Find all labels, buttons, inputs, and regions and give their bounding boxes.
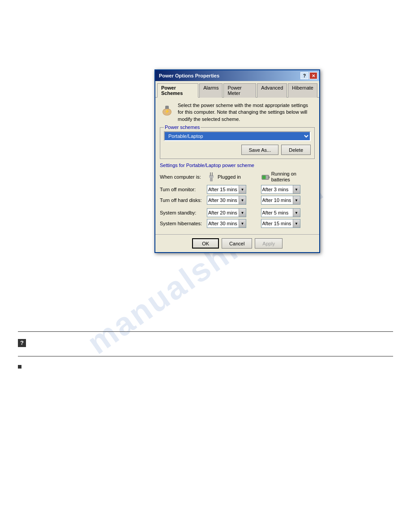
plugged-in-label: Plugged in — [218, 174, 241, 180]
help-button[interactable]: ? — [300, 72, 308, 79]
cancel-button[interactable]: Cancel — [222, 238, 252, 249]
hibernate-plugged-select[interactable]: After 30 mins — [207, 219, 246, 228]
harddisk-label: Turn off hard disks: — [160, 197, 202, 203]
tab-advanced[interactable]: Advanced — [257, 83, 287, 98]
dialog-content: ⚡ Select the power scheme with the most … — [155, 98, 319, 234]
tab-hibernate[interactable]: Hibernate — [288, 83, 317, 98]
battery-icon — [261, 171, 270, 183]
bullet-section — [18, 364, 393, 369]
standby-battery-select[interactable]: After 5 mins — [261, 208, 300, 217]
monitor-plugged-select[interactable]: After 15 mins — [207, 185, 246, 194]
question-mark-icon: ? — [18, 339, 26, 347]
monitor-battery-select[interactable]: After 3 mins — [261, 185, 300, 194]
harddisk-battery-select[interactable]: After 10 mins — [261, 196, 300, 205]
info-text: Select the power scheme with the most ap… — [178, 102, 315, 123]
info-section: ⚡ Select the power scheme with the most … — [160, 102, 315, 123]
power-scheme-icon: ⚡ — [160, 103, 174, 117]
power-options-dialog: Power Options Properties ? ✕ Power Schem… — [154, 69, 320, 253]
delete-button[interactable]: Delete — [281, 145, 311, 155]
monitor-label: Turn off monitor: — [160, 187, 196, 192]
running-on-batteries-label: Running on batteries — [271, 171, 315, 183]
bottom-buttons: OK Cancel Apply — [155, 234, 319, 252]
monitor-battery-wrapper: After 3 mins ▼ — [261, 185, 300, 194]
apply-button[interactable]: Apply — [255, 238, 283, 249]
tab-bar: Power Schemes Alarms Power Meter Advance… — [155, 81, 319, 98]
settings-row-standby: System standby: After 20 mins ▼ — [160, 208, 315, 217]
settings-row-harddisk: Turn off hard disks: After 30 mins ▼ — [160, 196, 315, 205]
ok-button[interactable]: OK — [192, 238, 219, 249]
harddisk-battery-wrapper: After 10 mins ▼ — [261, 196, 300, 205]
standby-plugged-wrapper: After 20 mins ▼ — [207, 208, 246, 217]
save-as-button[interactable]: Save As... — [241, 145, 279, 155]
svg-rect-6 — [210, 172, 211, 176]
settings-row-monitor: Turn off monitor: After 15 mins ▼ — [160, 185, 315, 194]
top-divider — [18, 331, 393, 332]
monitor-plugged-wrapper: After 15 mins ▼ — [207, 185, 246, 194]
svg-rect-5 — [209, 175, 214, 178]
bullet-icon — [18, 365, 21, 369]
tab-power-schemes[interactable]: Power Schemes — [157, 83, 198, 98]
when-computer-label: When computer is: — [160, 174, 201, 180]
standby-plugged-select[interactable]: After 20 mins — [207, 208, 246, 217]
scheme-button-row: Save As... Delete — [164, 145, 311, 155]
harddisk-plugged-select[interactable]: After 30 mins — [207, 196, 246, 205]
settings-row-hibernate: System hibernates: After 30 mins ▼ — [160, 219, 315, 228]
standby-battery-wrapper: After 5 mins ▼ — [261, 208, 300, 217]
svg-rect-7 — [212, 172, 213, 176]
svg-text:⚡: ⚡ — [164, 108, 170, 114]
scheme-dropdown[interactable]: Portable/Laptop — [164, 131, 311, 141]
page-bottom: ? — [0, 331, 411, 369]
title-bar: Power Options Properties ? ✕ — [155, 70, 319, 81]
settings-header-row: When computer is: Plugged in — [160, 171, 315, 183]
hibernate-battery-select[interactable]: After 15 mins — [261, 219, 300, 228]
power-schemes-group: Power schemes Portable/Laptop Save As...… — [160, 127, 315, 159]
hibernate-battery-wrapper: After 15 mins ▼ — [261, 219, 300, 228]
close-button[interactable]: ✕ — [309, 72, 317, 79]
standby-label: System standby: — [160, 210, 196, 215]
tab-alarms[interactable]: Alarms — [199, 83, 223, 98]
harddisk-plugged-wrapper: After 30 mins ▼ — [207, 196, 246, 205]
svg-rect-9 — [269, 176, 270, 178]
plug-icon — [207, 171, 216, 183]
bottom-divider — [18, 356, 393, 356]
question-section: ? — [18, 339, 393, 356]
settings-label: Settings for Portable/Laptop power schem… — [160, 163, 315, 168]
power-schemes-label: Power schemes — [164, 124, 201, 130]
settings-grid: When computer is: Plugged in — [160, 171, 315, 228]
tab-power-meter[interactable]: Power Meter — [223, 83, 256, 98]
dialog-title: Power Options Properties — [157, 73, 219, 78]
hibernate-label: System hibernates: — [160, 221, 202, 226]
hibernate-plugged-wrapper: After 30 mins ▼ — [207, 219, 246, 228]
svg-rect-10 — [262, 176, 265, 179]
title-bar-buttons: ? ✕ — [300, 72, 317, 79]
settings-section: Settings for Portable/Laptop power schem… — [160, 163, 315, 228]
